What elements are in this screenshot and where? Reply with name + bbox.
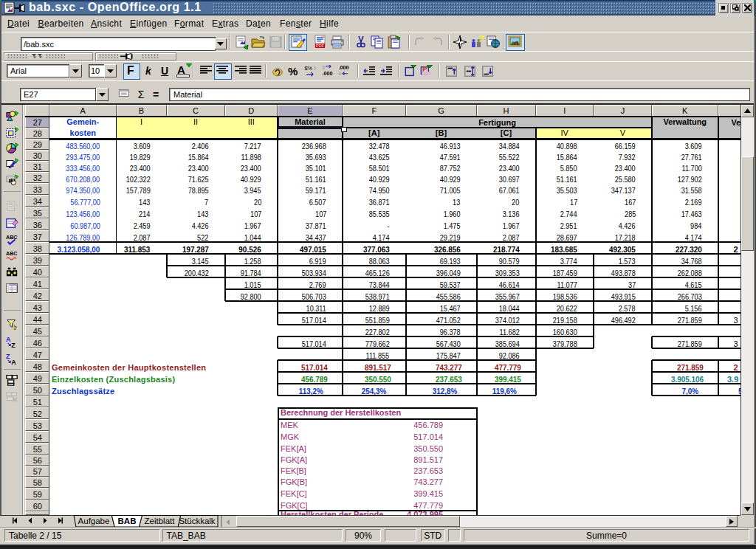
svg-text:Z: Z: [11, 342, 16, 348]
svg-text:PDF: PDF: [316, 44, 325, 48]
svg-text:0: 0: [339, 71, 342, 76]
svg-text:$%: $%: [305, 65, 313, 72]
svg-text:ABC: ABC: [6, 251, 17, 257]
svg-text:Z: Z: [6, 353, 10, 360]
svg-text:A: A: [11, 359, 16, 365]
svg-text:0: 0: [323, 65, 326, 70]
svg-text:.000: .000: [339, 65, 349, 71]
svg-text:.000: .000: [323, 70, 333, 77]
svg-text:ABC: ABC: [6, 235, 17, 241]
svg-text:A: A: [6, 336, 11, 343]
